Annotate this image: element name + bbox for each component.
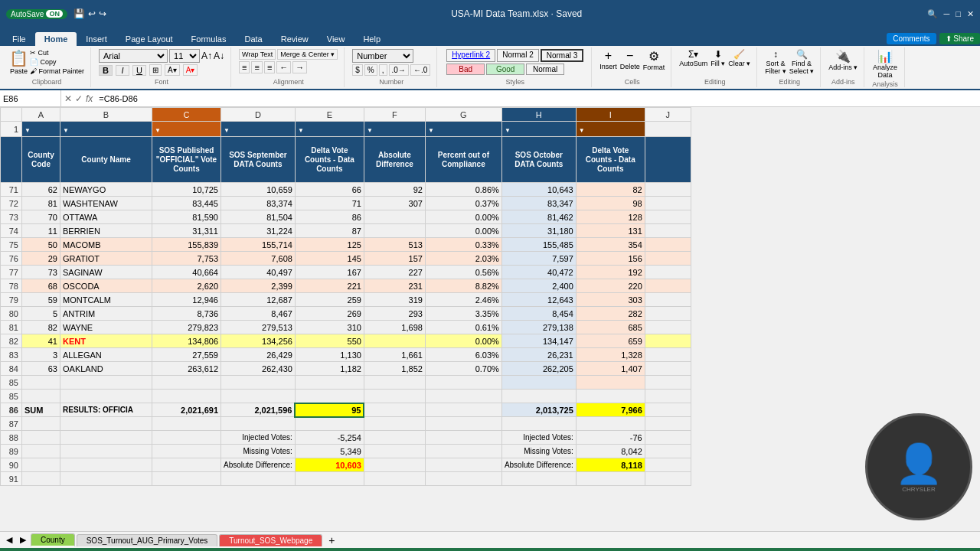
- indent-increase-btn[interactable]: →: [292, 61, 307, 73]
- cell-c[interactable]: 40,664: [152, 266, 221, 279]
- cell-f[interactable]: 319: [364, 293, 425, 307]
- cell-c[interactable]: 12,946: [152, 293, 221, 307]
- sort-filter-btn[interactable]: ↕ Sort &Filter ▾: [765, 49, 786, 75]
- cell-h[interactable]: 262,205: [501, 362, 576, 376]
- sum-g[interactable]: [425, 403, 501, 417]
- normal-style[interactable]: Normal: [526, 64, 564, 75]
- cell-c[interactable]: [152, 376, 221, 390]
- sum-label-b[interactable]: RESULTS: OFFICIA: [60, 403, 152, 417]
- filter-d[interactable]: ▼: [221, 122, 296, 137]
- cell-h[interactable]: 40,472: [501, 266, 576, 279]
- cell-c[interactable]: 279,823: [152, 321, 221, 334]
- cell-i[interactable]: 659: [576, 334, 645, 348]
- save-icon[interactable]: 💾: [74, 8, 85, 19]
- filter-h[interactable]: ▼: [501, 122, 576, 137]
- cell-c[interactable]: 31,311: [152, 224, 221, 238]
- sum-c[interactable]: 2,021,691: [152, 403, 221, 417]
- cell-h[interactable]: 279,138: [501, 321, 576, 334]
- cell-e[interactable]: 221: [295, 279, 364, 293]
- cell-b[interactable]: MACOMB: [60, 238, 152, 252]
- tab-turnout-sos[interactable]: Turnout_SOS_Webpage: [219, 534, 322, 546]
- cell-c[interactable]: 155,839: [152, 238, 221, 252]
- decimal-decrease-btn[interactable]: ←.0: [410, 64, 430, 76]
- cell-a[interactable]: 62: [22, 183, 60, 197]
- cell-a[interactable]: 59: [22, 293, 60, 307]
- cell-h[interactable]: 7,597: [501, 252, 576, 266]
- sum-label-a[interactable]: SUM: [22, 403, 60, 417]
- footer-d-label[interactable]: Injected Votes:: [221, 431, 296, 445]
- cell-h[interactable]: 12,643: [501, 293, 576, 307]
- dollar-btn[interactable]: $: [352, 64, 363, 76]
- cell-i[interactable]: 98: [576, 197, 645, 210]
- merge-center-btn[interactable]: Merge & Center ▾: [277, 49, 338, 60]
- decimal-increase-btn[interactable]: .0→: [389, 64, 409, 76]
- filter-i[interactable]: ▼: [576, 122, 645, 137]
- cell-j[interactable]: [645, 376, 691, 390]
- cell-a[interactable]: 81: [22, 197, 60, 210]
- cell-f[interactable]: 157: [364, 252, 425, 266]
- cell-f[interactable]: 1,852: [364, 362, 425, 376]
- cell-a[interactable]: 29: [22, 252, 60, 266]
- cell-a[interactable]: 11: [22, 224, 60, 238]
- normal3-style[interactable]: Normal 3: [541, 49, 584, 62]
- cell-d[interactable]: 262,430: [221, 362, 296, 376]
- cell-j[interactable]: [645, 334, 691, 348]
- cell-c[interactable]: 81,590: [152, 210, 221, 224]
- undo-icon[interactable]: ↩: [88, 8, 96, 19]
- cell-i[interactable]: 685: [576, 321, 645, 334]
- cell-d[interactable]: 7,608: [221, 252, 296, 266]
- cell-h[interactable]: 26,231: [501, 348, 576, 362]
- sum-f[interactable]: [364, 403, 425, 417]
- cell-h[interactable]: 81,462: [501, 210, 576, 224]
- col-f-header[interactable]: F: [364, 108, 425, 122]
- minimize-btn[interactable]: ─: [944, 9, 950, 18]
- cell-f[interactable]: 1,661: [364, 348, 425, 362]
- copy-btn[interactable]: 📄 Copy: [30, 58, 84, 66]
- footer-d-label[interactable]: Missing Votes:: [221, 445, 296, 458]
- name-box[interactable]: E86: [0, 90, 61, 106]
- cell-c[interactable]: 27,559: [152, 348, 221, 362]
- wrap-text-btn[interactable]: Wrap Text: [239, 49, 276, 60]
- cell-h[interactable]: 155,485: [501, 238, 576, 252]
- tab-help[interactable]: Help: [354, 32, 390, 46]
- cell-a[interactable]: 68: [22, 279, 60, 293]
- cell-g[interactable]: 2.03%: [425, 252, 501, 266]
- col-b-header[interactable]: B: [60, 108, 152, 122]
- cell-g[interactable]: 0.00%: [425, 334, 501, 348]
- number-format-select[interactable]: Number: [352, 49, 413, 63]
- delete-btn[interactable]: − Delete: [620, 49, 640, 71]
- cell-j[interactable]: [645, 293, 691, 307]
- cell-e[interactable]: 259: [295, 293, 364, 307]
- footer-e-val[interactable]: 10,603: [295, 458, 364, 472]
- footer-h-label[interactable]: Absolute Difference:: [501, 458, 576, 472]
- search-icon[interactable]: 🔍: [927, 9, 938, 19]
- cell-g[interactable]: 0.37%: [425, 197, 501, 210]
- cell-b[interactable]: ALLEGAN: [60, 348, 152, 362]
- filter-a[interactable]: ▼: [22, 122, 60, 137]
- maximize-btn[interactable]: □: [956, 9, 961, 18]
- cell-b[interactable]: KENT: [60, 334, 152, 348]
- formula-input[interactable]: [96, 94, 980, 103]
- footer-e-val[interactable]: -5,254: [295, 431, 364, 445]
- font-family-select[interactable]: Arial: [99, 49, 168, 63]
- cell-b[interactable]: OSCODA: [60, 279, 152, 293]
- cut-btn[interactable]: ✂ Cut: [30, 49, 84, 57]
- cell-b[interactable]: OAKLAND: [60, 362, 152, 376]
- cell-j[interactable]: [645, 197, 691, 210]
- cell-h[interactable]: 8,454: [501, 307, 576, 321]
- cell-i[interactable]: 192: [576, 266, 645, 279]
- nav-right-btn[interactable]: ▶: [17, 535, 29, 545]
- cell-j[interactable]: [645, 266, 691, 279]
- cell-a[interactable]: 3: [22, 348, 60, 362]
- cell-a[interactable]: 82: [22, 321, 60, 334]
- cell-d[interactable]: 8,467: [221, 307, 296, 321]
- cell-b[interactable]: WAYNE: [60, 321, 152, 334]
- cell-i[interactable]: [576, 376, 645, 390]
- tab-sos-turnout[interactable]: SOS_Turnout_AUG_Primary_Votes: [77, 534, 218, 546]
- cell-c[interactable]: 263,612: [152, 362, 221, 376]
- footer-d-label[interactable]: [221, 472, 296, 486]
- cell-j[interactable]: [645, 238, 691, 252]
- footer-i-val[interactable]: [576, 472, 645, 486]
- col-e-header[interactable]: E: [295, 108, 364, 122]
- indent-decrease-btn[interactable]: ←: [276, 61, 291, 73]
